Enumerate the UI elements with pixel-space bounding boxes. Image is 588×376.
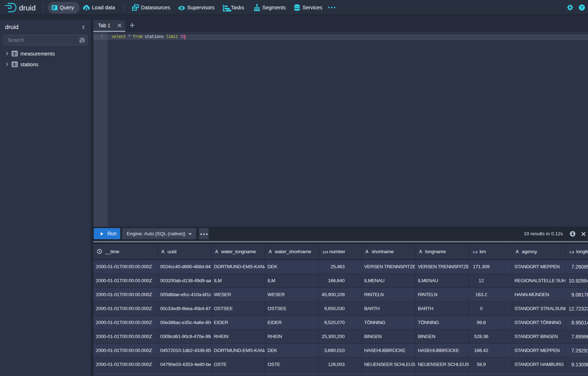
svg-text:?: ? xyxy=(580,5,583,10)
